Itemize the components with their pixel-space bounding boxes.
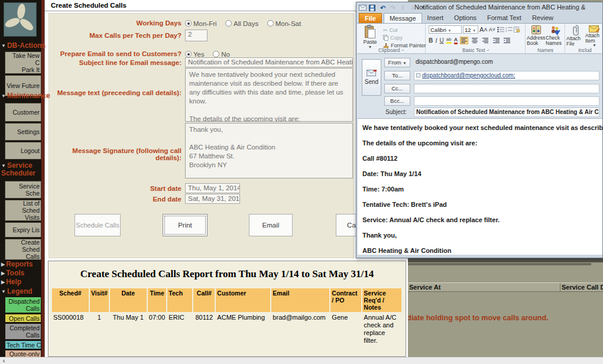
italic-button[interactable]: I (435, 37, 437, 44)
sidebar-item-take-new-call[interactable]: Take New C Park It (5, 51, 41, 74)
to-button[interactable]: To... (384, 71, 410, 80)
chevron-down-icon: ▼ (472, 29, 476, 32)
attach-file-button[interactable]: Attach File (566, 25, 585, 50)
bullets-icon[interactable] (497, 27, 504, 32)
sidebar-item-list-of-scheduled-visits[interactable]: List of Sched Visits (5, 200, 41, 221)
cell-contract-po: Gene (330, 313, 361, 345)
font-family-select[interactable]: Calibri ▼ (429, 25, 462, 34)
highlight-color-button[interactable]: ab (446, 37, 452, 44)
align-left-button[interactable] (460, 37, 468, 44)
redo-icon[interactable]: ↷ (389, 4, 397, 12)
sidebar-section-legend[interactable]: ▼Legend (1, 287, 33, 295)
bold-button[interactable]: B (429, 37, 433, 44)
radio-mon-sat[interactable]: Mon-Sat (267, 20, 301, 27)
app-logo (4, 2, 37, 37)
previous-item-icon[interactable]: ⇧ (399, 4, 407, 12)
cc-field[interactable] (414, 84, 599, 93)
copy-button[interactable]: Copy (383, 34, 403, 41)
col-tech: Tech (167, 288, 192, 312)
grow-font-icon[interactable]: A˄ (479, 26, 487, 33)
dialog-launcher-icon[interactable]: ⌐ (401, 48, 404, 53)
sidebar-section-tools[interactable]: ▶Tools (1, 269, 24, 277)
cell-service-reqd: Annual A/C check and replace filter. (362, 313, 401, 345)
sidebar-section-help[interactable]: ▶Help (1, 278, 21, 286)
sidebar-item-create-scheduled-calls[interactable]: Create Sched Calls (5, 239, 41, 260)
attach-item-button[interactable]: Attach Item ▼ (585, 25, 603, 50)
message-text-textarea[interactable]: We have tentatively booked your next sch… (185, 68, 353, 122)
align-right-button[interactable] (481, 37, 489, 44)
radio-mon-fri[interactable]: Mon-Fri (185, 20, 217, 27)
from-button[interactable]: From ▼ (384, 58, 410, 67)
from-field[interactable]: dispatchboard@mpengo.com (414, 58, 599, 67)
font-size-select[interactable]: 12 ▼ (463, 25, 478, 34)
check-names-button[interactable]: Check Names (546, 25, 565, 50)
email-subject-field[interactable]: Notification of Scheduled Maintenance fr… (414, 108, 599, 117)
sidebar-section-reports[interactable]: ▶Reports (1, 260, 33, 268)
message-signature-textarea[interactable]: Thank you, ABC Heating & Air Condition 6… (185, 123, 353, 178)
align-left-icon (461, 38, 467, 43)
tab-message[interactable]: Message (384, 13, 422, 23)
underline-button[interactable]: U (440, 37, 444, 44)
sidebar-divider (41, 0, 44, 357)
paste-button[interactable]: Paste ▼ (359, 25, 381, 50)
tab-file[interactable]: File (359, 13, 382, 23)
tab-options[interactable]: Options (449, 13, 482, 23)
scroll-left-arrow[interactable]: ‹ (0, 358, 8, 364)
cc-button[interactable]: Cc... (384, 84, 410, 93)
radio-no[interactable]: No (213, 51, 230, 58)
bcc-button[interactable]: Bcc... (384, 96, 410, 106)
bcc-field[interactable] (414, 96, 599, 106)
radio-all-days[interactable]: All Days (225, 20, 258, 27)
bcc-row: Bcc... (384, 96, 599, 106)
radio-yes[interactable]: Yes (185, 51, 205, 58)
tab-review[interactable]: Review (527, 13, 559, 23)
dispatch-column-headers: Service At Service Call Detail (408, 282, 603, 292)
fan-logo-icon (4, 3, 36, 36)
styles-icon[interactable] (514, 26, 520, 32)
working-days-label: Working Days (49, 20, 181, 27)
to-field[interactable]: dispatchboard@mpengocloud.com; (414, 71, 599, 80)
tab-format-text[interactable]: Format Text (482, 13, 527, 23)
dialog-launcher-icon[interactable]: ⌐ (487, 48, 489, 53)
font-color-button[interactable]: A (454, 37, 458, 44)
start-date-input[interactable]: Thu, May 1, 2014 (185, 183, 240, 193)
start-date-label: Start date (49, 185, 181, 192)
sidebar-item-customer[interactable]: Customer (5, 103, 41, 122)
mail-window-icon (359, 5, 367, 11)
sidebar-section-db-actions[interactable]: ▼DB-Actions (1, 41, 46, 50)
save-icon[interactable] (369, 5, 377, 11)
tab-insert[interactable]: Insert (422, 13, 449, 23)
cut-button[interactable]: ✂Cut (383, 26, 398, 34)
decrease-indent-icon (493, 38, 500, 43)
undo-icon[interactable]: ↶ (379, 4, 387, 12)
body-line: Call #80112 (362, 155, 598, 162)
sidebar-section-service-scheduler[interactable]: ▼Service Scheduler (1, 162, 40, 177)
sidebar-item-logout[interactable]: Logout (5, 142, 41, 160)
email-body[interactable]: We have tentatively booked your next sch… (358, 118, 602, 255)
send-envelope-icon (367, 70, 377, 77)
address-book-button[interactable]: Address Book (527, 25, 546, 50)
create-scheduled-calls-window: Create Scheduled Calls Working Days Mon-… (44, 0, 408, 357)
end-date-input[interactable]: Sat, May 31, 2014 (185, 194, 240, 204)
sidebar-item-settings[interactable]: Settings (5, 123, 41, 141)
decrease-indent-button[interactable] (492, 37, 500, 44)
subject-line-input[interactable]: Notification of Scheduled Maintenance fr… (185, 57, 353, 67)
numbering-icon[interactable]: 12 (505, 27, 513, 32)
increase-indent-button[interactable] (502, 37, 511, 44)
body-line: Time: 7:00am (362, 186, 598, 193)
schedule-calls-button[interactable]: Schedule Calls (74, 214, 121, 236)
body-line: Tentative Tech: Brett's iPad (362, 201, 598, 208)
print-button[interactable]: Print (163, 214, 208, 236)
sidebar-item-service-schedule[interactable]: Service Sche (5, 181, 41, 199)
shrink-font-icon[interactable]: A˅ (488, 27, 496, 32)
send-button[interactable]: Send (362, 59, 381, 96)
col-email: Email (271, 288, 329, 312)
max-calls-input[interactable]: 2 (185, 30, 208, 41)
attach-item-icon (589, 25, 601, 33)
email-button[interactable]: Email (249, 214, 293, 236)
triangle-right-icon: ▶ (1, 271, 5, 276)
horizontal-scrollbar[interactable]: ‹ (0, 357, 603, 364)
sidebar-item-expiry-list[interactable]: Expiry Lis (5, 222, 41, 238)
align-center-button[interactable] (471, 37, 479, 44)
sidebar-section-maintenance[interactable]: ▼Maintenance (1, 92, 50, 100)
